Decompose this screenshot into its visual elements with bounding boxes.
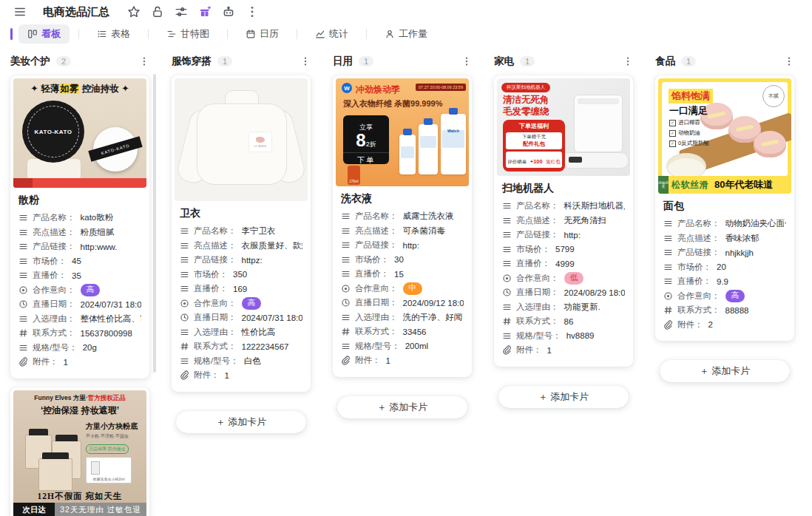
column-more-icon[interactable] [139,56,149,67]
benefit-box: 下单送福利 下单赠千元配件礼包 评价晒单 +100 返红包 [503,120,565,172]
tab-label: 统计 [329,27,348,41]
tab-statistics[interactable]: 统计 [306,24,357,44]
add-card-button[interactable]: ＋ 添加卡片 [337,396,467,418]
text-field-icon [18,257,28,266]
field-value: 15637800998 [81,329,132,338]
field-label: 直播日期： [33,299,75,310]
check-item: ✓进口椰蓉 [669,119,700,126]
top-bar: 电商选品汇总 [0,0,812,24]
field-row: 附件：1 [18,355,141,370]
number-field-icon [341,327,351,336]
text-field-icon [341,269,351,279]
column-header: 食品 1 [651,52,799,71]
single-select-icon [180,299,189,308]
kanban-icon [27,29,38,39]
field-row: 产品链接：http:www. [18,240,141,254]
field-row: 联系方式：33456 [341,325,464,339]
mini-bottle: 170ml [348,166,360,185]
star-icon[interactable] [127,5,141,18]
product-card[interactable]: W 冲劲焕动季 07.27 20:00-08.06 23:59 深入衣物纤维 杀… [333,75,472,377]
field-row: 产品名称：kato散粉 [18,211,141,225]
column-count-badge: 1 [359,56,373,67]
field-value: 功能更新. [564,302,600,313]
column-name: 日用 [333,55,353,68]
tab-gantt[interactable]: 甘特图 [158,24,218,44]
field-value: 李宁卫衣 [242,225,276,237]
column-scrollbar[interactable] [153,74,156,373]
bottom-text-black: 80年代老味道 [714,178,773,191]
foundation-bottle [38,458,72,491]
field-label: 联系方式： [194,341,237,352]
field-row: 附件：1 [502,343,625,358]
side-tag: 现做现发 [658,176,669,194]
field-label: 亮点描述： [194,240,237,251]
image-right-column: 方里小方块粉底 不卡粉·不浮粉·不脱妆 正品保障 防伪验证 收藏送香水小样2ml [86,421,143,483]
text-field-icon [502,302,512,312]
single-select-icon [18,285,28,295]
product-card[interactable]: LI-NING 卫衣 产品名称：李宁卫衣 亮点描述：衣服质量好、款式新颖 产品链… [172,75,311,392]
paperclip-icon [180,370,189,380]
field-row: 直播价：15 [341,267,464,282]
text-field-icon [502,230,512,240]
stats-icon [315,29,325,39]
column-more-icon[interactable] [300,56,311,67]
column-header: 家电 1 [490,52,637,71]
add-card-button[interactable]: ＋ 添加卡片 [498,386,629,408]
field-label: 联系方式： [33,327,75,339]
column-count-badge: 1 [520,56,535,67]
image-features: 不卡粉·不浮粉·不脱妆 [86,433,143,440]
field-label: 产品链接： [33,241,75,252]
field-value: 2024/07/31 18:00 [81,300,142,309]
priority-badge: 高 [81,284,101,296]
gift-text: 收藏送香水小样2ml [87,477,131,481]
product-card[interactable]: ✦ 轻薄如雾 控油持妆 ✦ KATO-KATO KATO-KATO 散粉 产品名… [10,75,149,378]
station-lid [578,98,619,104]
field-row: 市场价：350 [180,268,302,282]
field-value: 洗的干净、好闻 [403,312,463,323]
text-field-icon [502,331,512,341]
tab-calendar[interactable]: 日历 [237,24,288,44]
settings-sliders-icon[interactable] [175,5,188,18]
more-kebab-icon[interactable] [246,5,259,18]
tab-table[interactable]: 表格 [88,24,139,44]
card-list: 不腻 馅料饱满 一口满足 ✓进口椰蓉 ✓动物奶油 ✓0反式脂肪酸 现做现发 松软… [651,75,799,382]
product-card[interactable]: Funny Elves 方里·官方授权正品 ‘控油保湿 持妆遮瑕’ 方里小方块粉… [10,387,149,516]
column-more-icon[interactable] [623,56,633,67]
field-label: 产品名称： [516,200,559,211]
magic-box-icon[interactable] [198,5,212,18]
field-row: 直播价：169 [180,282,302,296]
field-label: 入选理由： [355,312,398,323]
tab-workload[interactable]: 工作量 [376,24,436,44]
kanban-board: 美妆个护 2 ✦ 轻薄如雾 控油持妆 ✦ KATO-KATO KATO-KATO… [0,44,812,516]
product-card[interactable]: 科沃斯扫地机器人 清洁无死角 毛发零缠绕 下单送福利 下单赠千元配件礼包 评价晒… [494,75,633,367]
card-title: 散粉 [18,194,141,207]
card-list: LI-NING 卫衣 产品名称：李宁卫衣 亮点描述：衣服质量好、款式新颖 产品链… [167,75,315,433]
table-icon [97,29,107,39]
field-row: 产品链接：httpz: [180,253,302,268]
lock-icon[interactable] [151,5,164,18]
hamburger-menu-icon[interactable] [13,5,27,18]
field-label: 亮点描述： [33,227,75,238]
field-label: 产品链接： [194,254,237,265]
field-row: 规格/型号：hv8889 [502,329,625,344]
tab-divider [78,29,79,39]
column-more-icon[interactable] [461,56,472,67]
paperclip-icon [663,320,673,330]
field-value: 1222234567 [242,342,289,351]
tab-kanban[interactable]: 看板 [18,24,70,44]
add-card-button[interactable]: ＋ 添加卡片 [660,360,790,382]
robot-assistant-icon[interactable] [222,5,235,18]
image-product-pill: 科沃斯扫地机器人 [501,83,550,92]
column-more-icon[interactable] [784,56,794,67]
check-item: ✓动物奶油 [669,129,700,137]
column-header: 服饰穿搭 1 [167,52,315,71]
card-title: 扫地机器人 [502,182,625,195]
product-card[interactable]: 不腻 馅料饱满 一口满足 ✓进口椰蓉 ✓动物奶油 ✓0反式脂肪酸 现做现发 松软… [655,75,794,341]
text-field-icon [341,255,351,265]
add-card-button[interactable]: ＋ 添加卡片 [176,411,306,433]
product-image-robot-vacuum: 科沃斯扫地机器人 清洁无死角 毛发零缠绕 下单送福利 下单赠千元配件礼包 评价晒… [497,78,630,176]
field-row: 规格/型号：20g [18,341,141,356]
image-headline: 一口满足 [669,104,708,118]
field-label: 规格/型号： [516,330,561,342]
field-row: 联系方式：88888 [663,303,786,318]
